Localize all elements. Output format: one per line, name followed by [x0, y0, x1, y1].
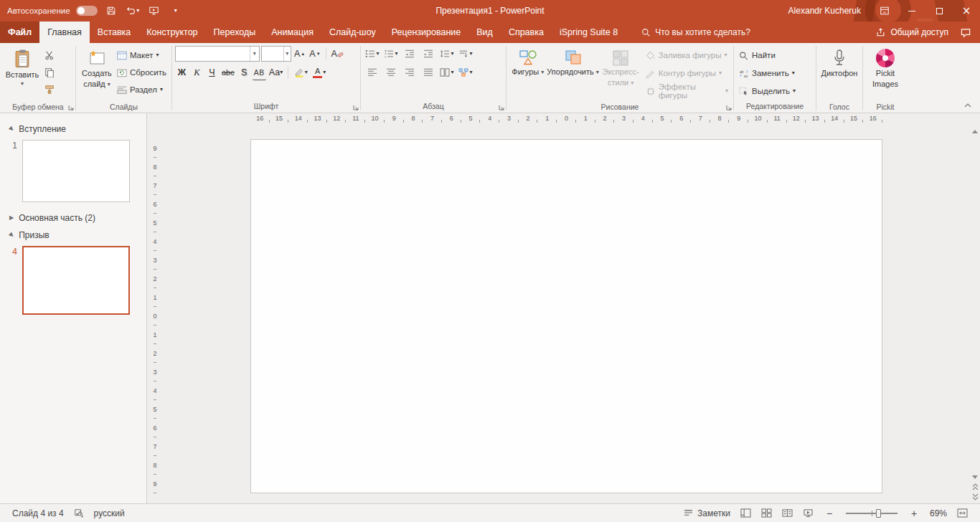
autosave-toggle[interactable]	[76, 6, 98, 16]
paste-button[interactable]: Вставить ▾	[4, 46, 41, 102]
increase-indent-button[interactable]	[420, 46, 437, 62]
format-painter-button[interactable]	[41, 82, 58, 98]
maximize-button[interactable]	[925, 0, 953, 22]
convert-to-smartart-button[interactable]: ▾	[457, 65, 474, 80]
spellcheck-button[interactable]	[69, 504, 89, 522]
tab-transitions[interactable]: Переходы	[206, 22, 264, 43]
drawing-dialog-launcher[interactable]	[726, 105, 732, 110]
undo-button[interactable]: ▾	[125, 3, 141, 19]
shrink-font-button[interactable]: А▼	[308, 47, 321, 62]
zoom-slider-thumb[interactable]	[876, 509, 881, 518]
select-button[interactable]: Выделить ▾	[737, 83, 798, 99]
collapse-ribbon-button[interactable]	[961, 100, 974, 110]
slide-sorter-view-button[interactable]	[756, 504, 777, 522]
arrange-button[interactable]: Упорядочить▾	[548, 46, 598, 102]
zoom-percentage[interactable]: 69%	[925, 504, 952, 522]
slide-counter[interactable]: Слайд 4 из 4	[7, 504, 69, 522]
shape-fill-button[interactable]: Заливка фигуры ▾	[644, 47, 730, 63]
underline-button[interactable]: Ч	[205, 65, 219, 80]
section-header-callout[interactable]: ▶ Призыв	[0, 227, 146, 244]
start-slideshow-button[interactable]	[146, 3, 162, 19]
reading-view-button[interactable]	[777, 504, 798, 522]
ribbon-display-options-button[interactable]	[871, 0, 898, 22]
slideshow-view-button[interactable]	[798, 504, 819, 522]
save-button[interactable]	[103, 3, 119, 19]
minimize-button[interactable]	[898, 0, 925, 22]
customize-qat-button[interactable]: ▾	[168, 3, 184, 19]
strikethrough-button[interactable]: abc	[220, 65, 236, 80]
account-user-name[interactable]: Alexandr Kucheruk	[788, 6, 861, 16]
section-button[interactable]: Раздел ▾	[115, 82, 169, 98]
quick-styles-button[interactable]: Экспресс- стили▾	[600, 46, 642, 102]
tab-help[interactable]: Справка	[501, 22, 552, 43]
tell-me-search[interactable]: Что вы хотите сделать?	[641, 22, 750, 43]
tab-ispring[interactable]: iSpring Suite 8	[552, 22, 626, 43]
horizontal-ruler[interactable]: 1615141312111098765432101234567891011121…	[147, 113, 980, 125]
scroll-up-button[interactable]	[971, 126, 979, 136]
zoom-out-button[interactable]: −	[819, 504, 840, 522]
grow-font-button[interactable]: А▲	[293, 47, 306, 62]
new-slide-button[interactable]: Создать слайд▾	[79, 46, 115, 102]
section-header-main[interactable]: ▶ Основная часть (2)	[0, 209, 146, 227]
tab-file[interactable]: Файл	[0, 22, 39, 43]
clear-formatting-button[interactable]: А	[330, 47, 345, 62]
zoom-in-button[interactable]: +	[903, 504, 925, 522]
character-spacing-button[interactable]: АВ	[253, 65, 266, 80]
dictaphone-button[interactable]: Диктофон	[819, 46, 859, 102]
tab-animations[interactable]: Анимация	[263, 22, 321, 43]
align-left-button[interactable]	[364, 65, 381, 80]
font-dialog-launcher[interactable]	[353, 105, 359, 110]
chevron-down-icon[interactable]: ▾	[250, 47, 259, 61]
font-color-button[interactable]: А ▾	[311, 65, 328, 80]
language-indicator[interactable]: русский	[89, 504, 130, 522]
comments-button[interactable]	[960, 27, 971, 38]
scroll-down-button[interactable]	[971, 472, 979, 482]
text-direction-button[interactable]: ▾	[457, 46, 474, 62]
align-center-button[interactable]	[382, 65, 400, 80]
cut-button[interactable]	[41, 47, 58, 63]
slide-1-thumbnail[interactable]	[22, 140, 130, 202]
close-button[interactable]: ×	[953, 0, 980, 22]
layout-button[interactable]: Макет ▾	[115, 47, 169, 63]
justify-button[interactable]	[420, 65, 437, 80]
text-shadow-button[interactable]: S	[237, 65, 251, 80]
paragraph-dialog-launcher[interactable]	[499, 105, 504, 110]
section-collapse-icon[interactable]: ▶	[8, 232, 15, 239]
columns-button[interactable]: ▾	[438, 65, 456, 80]
find-button[interactable]: Найти	[737, 47, 798, 63]
notes-button[interactable]: Заметки	[679, 504, 735, 522]
numbering-button[interactable]: ▾	[382, 46, 400, 62]
font-size-combo[interactable]: ▾	[261, 46, 291, 62]
italic-button[interactable]: К	[190, 65, 204, 80]
clipboard-dialog-launcher[interactable]	[68, 105, 74, 110]
line-spacing-button[interactable]: ▾	[438, 46, 456, 62]
bullets-button[interactable]: ▾	[364, 46, 381, 62]
bold-button[interactable]: Ж	[175, 65, 189, 80]
vertical-ruler[interactable]: 9876543210123456789	[147, 125, 163, 503]
shape-outline-button[interactable]: Контур фигуры ▾	[644, 65, 730, 81]
shapes-button[interactable]: Фигуры▾	[509, 46, 547, 102]
tab-design[interactable]: Конструктор	[138, 22, 205, 43]
reset-slide-button[interactable]: Сбросить	[115, 65, 169, 80]
tab-slideshow[interactable]: Слайд-шоу	[321, 22, 384, 43]
align-right-button[interactable]	[401, 65, 418, 80]
copy-button[interactable]	[41, 65, 58, 80]
font-name-combo[interactable]: ▾	[175, 46, 260, 62]
previous-slide-button[interactable]	[971, 482, 979, 492]
share-button[interactable]: Общий доступ	[875, 27, 948, 37]
vertical-scrollbar[interactable]	[970, 125, 980, 503]
slide-editing-area[interactable]	[250, 139, 882, 493]
next-slide-button[interactable]	[971, 492, 979, 502]
tab-view[interactable]: Вид	[468, 22, 501, 43]
section-header-intro[interactable]: ▶ Вступление	[0, 120, 146, 138]
font-size-input[interactable]	[262, 47, 283, 61]
tab-insert[interactable]: Вставка	[90, 22, 138, 43]
shape-effects-button[interactable]: Эффекты фигуры ▾	[644, 83, 730, 99]
fit-to-window-button[interactable]	[952, 504, 973, 522]
pickit-images-button[interactable]: Pickit Images	[866, 46, 905, 102]
font-name-input[interactable]	[176, 47, 250, 61]
normal-view-button[interactable]	[735, 504, 756, 522]
section-collapse-icon[interactable]: ▶	[8, 125, 15, 133]
decrease-indent-button[interactable]	[401, 46, 418, 62]
highlight-color-button[interactable]: ▾	[292, 65, 309, 80]
